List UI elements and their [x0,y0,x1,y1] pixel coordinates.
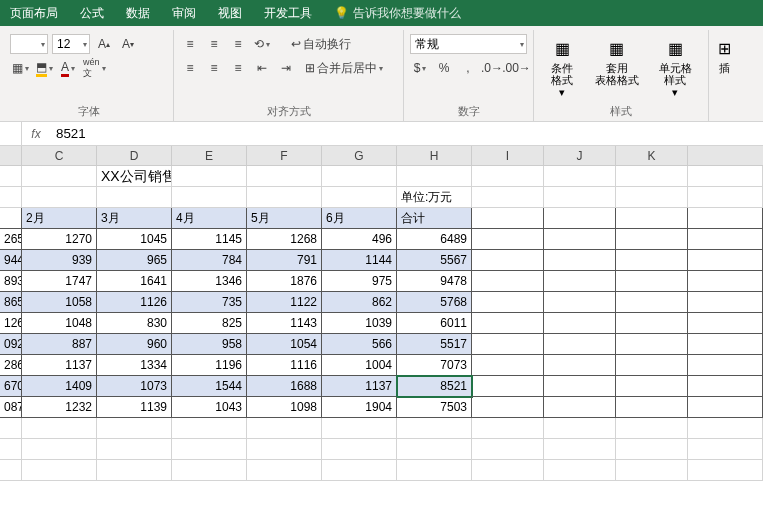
cell[interactable] [616,229,688,250]
cell[interactable]: 960 [97,334,172,355]
cell[interactable]: 1048 [22,313,97,334]
col-header[interactable]: I [472,146,544,165]
currency-icon[interactable]: $▾ [410,58,430,78]
cell[interactable] [544,292,616,313]
col-header[interactable]: F [247,146,322,165]
cell[interactable] [0,208,22,229]
cell[interactable]: 1143 [247,313,322,334]
cell[interactable] [22,439,97,460]
cell[interactable]: 1004 [322,355,397,376]
cell[interactable] [688,418,763,439]
cell[interactable]: 887 [22,334,97,355]
wrap-text-button[interactable]: ↩ 自动换行 [286,34,356,54]
cell[interactable]: 1045 [97,229,172,250]
cell[interactable] [688,229,763,250]
cell[interactable] [97,439,172,460]
cell[interactable] [616,334,688,355]
cell[interactable] [172,439,247,460]
increase-font-icon[interactable]: A▴ [94,34,114,54]
cell[interactable]: 1270 [22,229,97,250]
cell[interactable] [688,397,763,418]
cell[interactable] [544,313,616,334]
cell[interactable] [688,355,763,376]
align-top-icon[interactable]: ≡ [180,34,200,54]
cell[interactable] [397,418,472,439]
cell[interactable]: 825 [172,313,247,334]
cell[interactable] [544,439,616,460]
decrease-font-icon[interactable]: A▾ [118,34,138,54]
cell[interactable]: 265 [0,229,22,250]
increase-decimal-icon[interactable]: .0→ [482,58,502,78]
cell[interactable] [544,418,616,439]
cell[interactable]: 1126 [97,292,172,313]
cell[interactable]: 784 [172,250,247,271]
font-color-icon[interactable]: A▾ [58,58,78,78]
cell[interactable] [616,460,688,481]
cell[interactable] [544,376,616,397]
col-header[interactable]: J [544,146,616,165]
cell[interactable] [22,460,97,481]
cell[interactable]: 9478 [397,271,472,292]
cell[interactable] [0,460,22,481]
col-header[interactable]: C [22,146,97,165]
cell[interactable]: 1058 [22,292,97,313]
cell[interactable] [22,418,97,439]
cell[interactable]: 6011 [397,313,472,334]
cell[interactable]: 1268 [247,229,322,250]
phonetic-icon[interactable]: wén文▾ [82,58,107,78]
tab-review[interactable]: 审阅 [172,5,196,22]
cell[interactable] [472,460,544,481]
cell[interactable] [688,166,763,187]
cell[interactable]: 7503 [397,397,472,418]
fill-color-icon[interactable]: ⬒▾ [34,58,54,78]
cell[interactable]: 5768 [397,292,472,313]
cell[interactable]: 8521 [397,376,472,397]
cell[interactable]: 合计 [397,208,472,229]
align-bottom-icon[interactable]: ≡ [228,34,248,54]
cell[interactable]: 1346 [172,271,247,292]
cell[interactable] [616,397,688,418]
cell[interactable] [544,334,616,355]
cell[interactable]: 670 [0,376,22,397]
cell[interactable] [688,187,763,208]
cell[interactable] [397,439,472,460]
cell[interactable]: 092 [0,334,22,355]
cell[interactable]: 1876 [247,271,322,292]
cell[interactable]: 1054 [247,334,322,355]
cell[interactable]: 6月 [322,208,397,229]
cell[interactable] [172,187,247,208]
cell[interactable] [544,355,616,376]
cell[interactable] [544,208,616,229]
cell[interactable] [472,229,544,250]
cell[interactable] [247,439,322,460]
cell[interactable]: 1232 [22,397,97,418]
cell[interactable] [616,376,688,397]
cell[interactable] [322,187,397,208]
cell[interactable] [688,376,763,397]
cell[interactable] [616,187,688,208]
decrease-decimal-icon[interactable]: .00→ [506,58,527,78]
cell[interactable] [472,397,544,418]
cell[interactable]: 1334 [97,355,172,376]
cell[interactable] [688,313,763,334]
tab-pagelayout[interactable]: 页面布局 [10,5,58,22]
cell[interactable] [616,208,688,229]
percent-icon[interactable]: % [434,58,454,78]
cell[interactable]: 958 [172,334,247,355]
cell[interactable] [472,292,544,313]
cell[interactable]: 1116 [247,355,322,376]
cell[interactable] [0,187,22,208]
cell[interactable]: 1073 [97,376,172,397]
cell[interactable]: 286 [0,355,22,376]
cell[interactable] [322,166,397,187]
col-header[interactable]: E [172,146,247,165]
col-header[interactable]: H [397,146,472,165]
cell[interactable]: 1145 [172,229,247,250]
cell[interactable]: 单位:万元 [397,187,472,208]
cell[interactable] [616,250,688,271]
cell[interactable]: 7073 [397,355,472,376]
conditional-format-button[interactable]: ▦ 条件格式▾ [540,34,585,100]
cell[interactable] [616,271,688,292]
cell[interactable]: 6489 [397,229,472,250]
cell[interactable] [472,376,544,397]
